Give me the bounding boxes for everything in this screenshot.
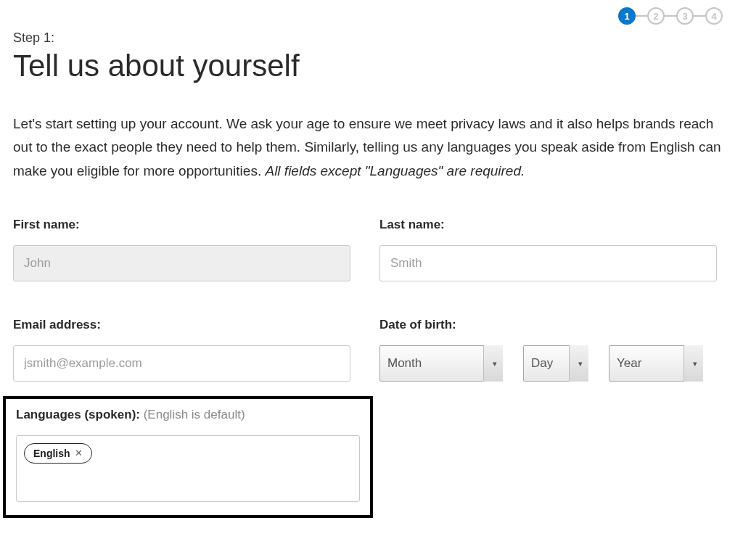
progress-connector	[636, 15, 647, 17]
languages-label: Languages (spoken): (English is default)	[16, 408, 360, 422]
dob-label: Date of birth:	[379, 318, 717, 332]
progress-step-1[interactable]: 1	[618, 7, 636, 25]
page-title: Tell us about yourself	[13, 49, 730, 83]
language-tag[interactable]: English ✕	[24, 443, 92, 464]
progress-tracker: 1 2 3 4	[13, 7, 730, 25]
progress-step-2[interactable]: 2	[647, 7, 665, 25]
language-tag-label: English	[33, 448, 70, 459]
close-icon[interactable]: ✕	[75, 448, 83, 458]
dob-year-wrap: Year ▾	[609, 345, 703, 382]
last-name-group: Last name:	[379, 218, 717, 281]
last-name-label: Last name:	[379, 218, 717, 232]
dob-month-select[interactable]: Month	[379, 345, 503, 382]
step-label: Step 1:	[13, 30, 730, 46]
progress-step-4[interactable]: 4	[705, 7, 723, 25]
email-group: Email address:	[13, 318, 350, 382]
dob-row: Month ▾ Day ▾ Year ▾	[379, 345, 717, 382]
first-name-input[interactable]	[13, 245, 350, 281]
languages-sublabel: (English is default)	[144, 408, 245, 421]
progress-connector	[694, 15, 705, 17]
progress-step-3[interactable]: 3	[676, 7, 694, 25]
dob-day-select[interactable]: Day	[523, 345, 588, 382]
dob-month-wrap: Month ▾	[379, 345, 503, 382]
form-grid: First name: Last name: Email address: Da…	[13, 218, 730, 382]
intro-text: Let's start setting up your account. We …	[13, 112, 728, 183]
dob-year-select[interactable]: Year	[609, 345, 703, 382]
intro-text-italic: All fields except "Languages" are requir…	[265, 163, 525, 178]
languages-label-text: Languages (spoken):	[16, 408, 140, 421]
dob-group: Date of birth: Month ▾ Day ▾ Year ▾	[379, 318, 717, 382]
languages-input[interactable]: English ✕	[16, 435, 360, 502]
dob-day-wrap: Day ▾	[523, 345, 588, 382]
last-name-input[interactable]	[379, 245, 717, 281]
email-label: Email address:	[13, 318, 350, 332]
first-name-group: First name:	[13, 218, 350, 281]
languages-highlight: Languages (spoken): (English is default)…	[3, 396, 373, 518]
email-input[interactable]	[13, 345, 350, 382]
first-name-label: First name:	[13, 218, 350, 232]
progress-connector	[665, 15, 676, 17]
